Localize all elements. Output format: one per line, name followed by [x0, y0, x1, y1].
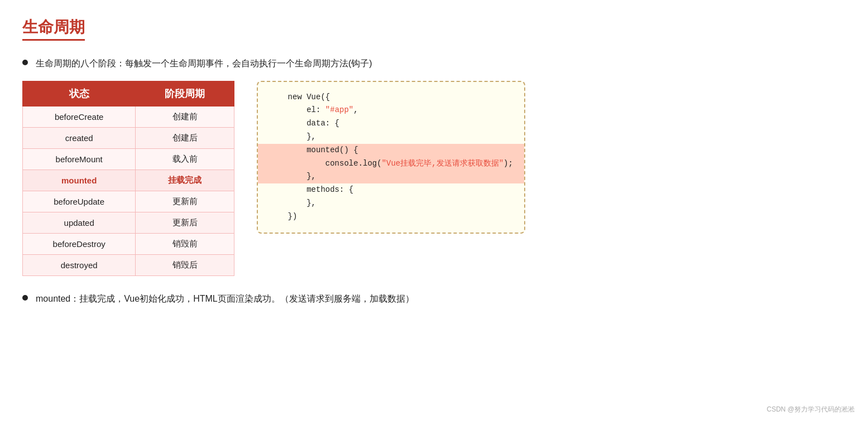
table-cell-phase: 挂载完成 — [136, 170, 234, 191]
code-line: new Vue({ — [269, 91, 513, 104]
lifecycle-table: 状态 阶段周期 beforeCreate创建前created创建后beforeM… — [22, 81, 234, 276]
code-line: mounted() { — [258, 144, 524, 157]
code-line: }, — [258, 170, 524, 183]
table-row: beforeDestroy销毁前 — [23, 233, 234, 254]
main-content: 状态 阶段周期 beforeCreate创建前created创建后beforeM… — [22, 81, 846, 276]
table-row: beforeCreate创建前 — [23, 106, 234, 127]
bullet-dot — [22, 60, 28, 65]
table-header-phase: 阶段周期 — [136, 81, 234, 106]
table-cell-state: beforeUpdate — [23, 191, 136, 212]
table-cell-state: beforeDestroy — [23, 233, 136, 254]
code-block: </span> new Vue({ el: "#app", data: { },… — [257, 81, 525, 234]
table-cell-phase: 创建后 — [136, 127, 234, 148]
table-cell-phase: 创建前 — [136, 106, 234, 127]
code-line: data: { — [269, 117, 513, 130]
table-cell-phase: 更新后 — [136, 212, 234, 233]
code-line: }, — [269, 197, 513, 210]
table-row: updated更新后 — [23, 212, 234, 233]
table-header-state: 状态 — [23, 81, 136, 106]
table-cell-state: created — [23, 127, 136, 148]
code-line: methods: { — [269, 183, 513, 197]
intro-bullet: 生命周期的八个阶段：每触发一个生命周期事件，会自动执行一个生命周期方法(钩子) — [22, 56, 846, 71]
table-cell-state: beforeMount — [23, 148, 136, 170]
page-title: 生命周期 — [22, 17, 85, 41]
table-cell-phase: 载入前 — [136, 148, 234, 170]
bottom-bullet: mounted：挂载完成，Vue初始化成功，HTML页面渲染成功。（发送请求到服… — [22, 292, 846, 306]
table-cell-phase: 更新前 — [136, 191, 234, 212]
table-cell-state: mounted — [23, 170, 136, 191]
code-line: }) — [269, 210, 513, 224]
table-cell-state: destroyed — [23, 254, 136, 275]
code-line: console.log("Vue挂载完毕,发送请求获取数据"); — [258, 157, 524, 171]
bottom-text: mounted：挂载完成，Vue初始化成功，HTML页面渲染成功。（发送请求到服… — [36, 292, 414, 306]
table-row: beforeUpdate更新前 — [23, 191, 234, 212]
table-cell-state: updated — [23, 212, 136, 233]
table-row: mounted挂载完成 — [23, 170, 234, 191]
code-line: el: "#app", — [269, 104, 513, 117]
code-line: }, — [269, 130, 513, 144]
table-row: beforeMount载入前 — [23, 148, 234, 170]
table-cell-phase: 销毁前 — [136, 233, 234, 254]
table-row: destroyed销毁后 — [23, 254, 234, 275]
intro-text: 生命周期的八个阶段：每触发一个生命周期事件，会自动执行一个生命周期方法(钩子) — [36, 56, 372, 71]
table-cell-phase: 销毁后 — [136, 254, 234, 275]
table-row: created创建后 — [23, 127, 234, 148]
table-cell-state: beforeCreate — [23, 106, 136, 127]
bullet-dot-2 — [22, 295, 28, 301]
